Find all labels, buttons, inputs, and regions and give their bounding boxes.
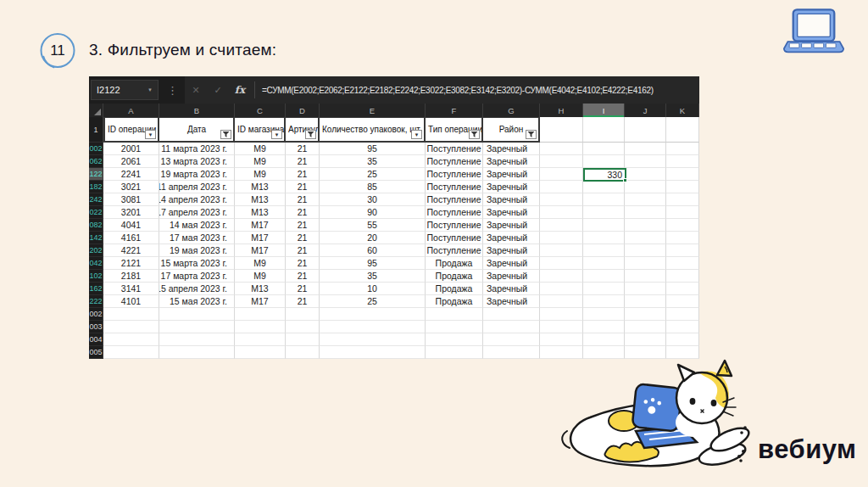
cell[interactable] — [666, 295, 699, 308]
cell[interactable]: 21 — [286, 193, 320, 206]
column-letter-E[interactable]: E — [320, 104, 426, 117]
cell[interactable]: 60 — [320, 244, 426, 257]
cell[interactable] — [540, 143, 583, 155]
cell[interactable] — [666, 244, 699, 257]
row-header[interactable]: 162 — [89, 283, 103, 295]
cell[interactable] — [583, 333, 625, 346]
cell[interactable]: 15 мая 2023 г. — [159, 295, 235, 308]
cell[interactable]: 21 — [286, 295, 320, 308]
cell[interactable]: М9 — [235, 155, 286, 168]
column-header-cell[interactable]: Тип операции — [426, 117, 483, 143]
cell[interactable] — [540, 193, 583, 206]
cell[interactable] — [625, 308, 666, 321]
cell[interactable] — [666, 219, 699, 232]
cell[interactable]: 95 — [320, 143, 426, 155]
cell[interactable]: 13 марта 2023 г. — [159, 155, 235, 168]
cell[interactable]: 35 — [320, 155, 426, 168]
filter-funnel-icon[interactable] — [220, 130, 231, 139]
row-header[interactable]: 062 — [89, 155, 103, 168]
row-header[interactable]: 005 — [89, 346, 103, 359]
row-header[interactable]: 002 — [89, 143, 103, 155]
cell[interactable] — [666, 346, 699, 359]
cell[interactable]: 3201 — [103, 206, 159, 219]
row-header[interactable]: 142 — [89, 232, 103, 244]
cell[interactable] — [666, 168, 699, 181]
cell[interactable]: Продажа — [426, 270, 483, 283]
cell[interactable]: Заречный — [483, 270, 540, 283]
cell[interactable]: 25 — [320, 295, 426, 308]
cell[interactable]: М9 — [235, 168, 286, 181]
cell[interactable]: 21 — [286, 257, 320, 270]
cell[interactable]: Поступление — [426, 155, 483, 168]
cell[interactable]: 21 — [286, 283, 320, 295]
cell[interactable] — [540, 244, 583, 257]
cell[interactable] — [625, 244, 666, 257]
chevron-down-icon[interactable]: ▼ — [147, 87, 153, 92]
cell[interactable] — [540, 308, 583, 321]
cell[interactable] — [583, 155, 625, 168]
cell[interactable]: Поступление — [426, 244, 483, 257]
cell[interactable]: М13 — [235, 206, 286, 219]
cell[interactable] — [235, 346, 286, 359]
column-letter-F[interactable]: F — [426, 104, 483, 117]
insert-function-icon[interactable]: fx — [229, 84, 251, 96]
cell[interactable] — [159, 308, 235, 321]
cell[interactable] — [320, 308, 426, 321]
name-box[interactable]: I2122 ▼ — [91, 80, 159, 100]
cell[interactable] — [583, 244, 625, 257]
cell[interactable]: 15 апреля 2023 г. — [159, 283, 235, 295]
cell[interactable] — [625, 181, 666, 193]
cell[interactable] — [540, 270, 583, 283]
cell[interactable]: 21 — [286, 244, 320, 257]
row-header[interactable]: 004 — [89, 333, 103, 346]
cell[interactable] — [583, 206, 625, 219]
cell[interactable] — [483, 321, 540, 333]
cell[interactable] — [625, 270, 666, 283]
cell[interactable] — [625, 155, 666, 168]
cell[interactable] — [583, 321, 625, 333]
cell[interactable] — [540, 219, 583, 232]
cell[interactable]: Поступление — [426, 181, 483, 193]
cell[interactable] — [583, 295, 625, 308]
cell[interactable]: 20 — [320, 232, 426, 244]
cell[interactable]: 2241 — [103, 168, 159, 181]
column-letter-A[interactable]: A — [103, 104, 159, 117]
column-header-cell[interactable]: ID операции▼ — [103, 117, 159, 143]
cell[interactable]: Заречный — [483, 244, 540, 257]
cell[interactable] — [235, 308, 286, 321]
cell[interactable] — [666, 155, 699, 168]
cell[interactable]: Заречный — [483, 295, 540, 308]
cell[interactable] — [540, 232, 583, 244]
column-letter-G[interactable]: G — [483, 104, 540, 117]
row-header[interactable]: 003 — [89, 321, 103, 333]
cell[interactable] — [583, 193, 625, 206]
cell[interactable]: Заречный — [483, 168, 540, 181]
cell[interactable] — [540, 333, 583, 346]
cell[interactable]: 17 апреля 2023 г. — [159, 206, 235, 219]
row-header[interactable]: 242 — [89, 193, 103, 206]
cell[interactable]: М17 — [235, 232, 286, 244]
filter-dropdown-icon[interactable]: ▼ — [145, 130, 156, 139]
column-header-cell[interactable]: Дата — [159, 117, 235, 143]
cell[interactable]: 21 — [286, 155, 320, 168]
cell[interactable] — [583, 308, 625, 321]
cancel-entry-icon[interactable]: ✕ — [185, 85, 207, 96]
cell[interactable]: 21 — [286, 143, 320, 155]
cell[interactable] — [103, 308, 159, 321]
cell[interactable]: 2001 — [103, 143, 159, 155]
cell[interactable]: 17 мая 2023 г. — [159, 232, 235, 244]
cell[interactable] — [540, 257, 583, 270]
cell[interactable]: 2061 — [103, 155, 159, 168]
row-header[interactable]: 222 — [89, 295, 103, 308]
filter-funnel-icon[interactable] — [305, 130, 316, 139]
cell[interactable] — [540, 206, 583, 219]
cell[interactable]: М13 — [235, 283, 286, 295]
cell[interactable]: 14 мая 2023 г. — [159, 219, 235, 232]
cell[interactable] — [666, 193, 699, 206]
empty-header-cell[interactable] — [625, 117, 666, 143]
cell[interactable]: Продажа — [426, 295, 483, 308]
cell[interactable]: 55 — [320, 219, 426, 232]
filter-dropdown-icon[interactable]: ▼ — [411, 130, 422, 139]
cell[interactable]: 25 — [320, 168, 426, 181]
confirm-entry-icon[interactable]: ✓ — [207, 85, 229, 96]
